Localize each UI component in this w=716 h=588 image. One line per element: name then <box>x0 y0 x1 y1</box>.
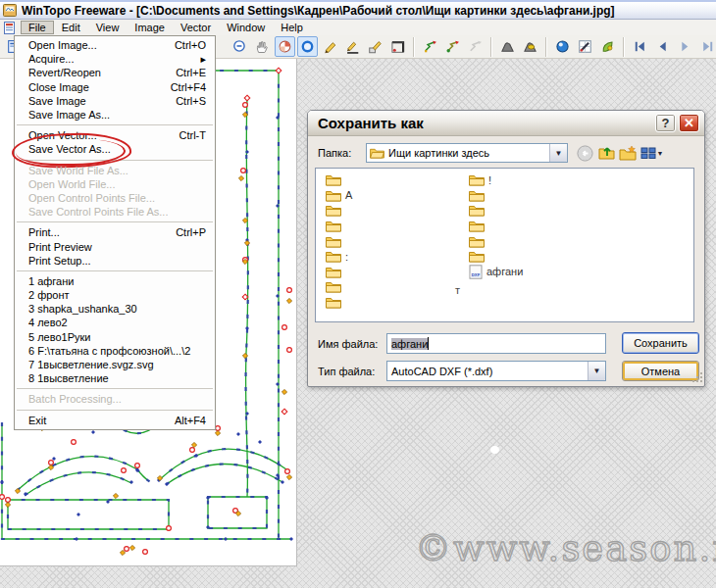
menu-item-save-image[interactable]: Save ImageCtrl+S <box>15 94 215 108</box>
select-region-tool-icon[interactable] <box>387 36 408 57</box>
pick-tool-icon[interactable] <box>597 36 618 57</box>
folder-item[interactable] <box>326 279 352 295</box>
menubar-items: FileEditViewImageVectorWindowHelp <box>21 21 311 34</box>
menu-item-1-афгани[interactable]: 1 афгани <box>15 274 215 288</box>
menu-item-revert-reopen[interactable]: Revert/ReopenCtrl+E <box>15 66 215 79</box>
edit-area-tool-icon[interactable] <box>365 36 385 57</box>
menu-item-save-vector-as[interactable]: Save Vector As... <box>15 142 215 156</box>
pencil-tool-icon[interactable] <box>320 36 340 57</box>
menu-item-print-preview[interactable]: Print Preview <box>15 239 215 253</box>
folder-item[interactable] <box>469 188 523 204</box>
nav-prev-icon[interactable] <box>652 36 673 57</box>
fill-vertex-icon[interactable] <box>520 36 540 57</box>
folder-item[interactable]: А <box>326 188 352 204</box>
svg-text:DXF: DXF <box>472 272 481 277</box>
dialog-title-bar[interactable]: Сохранить как <box>308 111 704 136</box>
file-item-label: : <box>345 251 348 263</box>
menu-item-7-1высветление-svgz-svg[interactable]: 7 1высветление.svgz.svg <box>15 358 215 371</box>
folder-item[interactable] <box>469 219 523 234</box>
filename-input[interactable]: афгани <box>386 333 606 354</box>
folder-combo-value: Ищи картинки здесь <box>384 147 549 159</box>
filetype-combo-arrow[interactable]: ▼ <box>588 362 605 380</box>
despeckle-icon[interactable] <box>465 36 486 57</box>
file-list[interactable]: А: !DXFафгани т <box>315 168 694 322</box>
zoom-out-icon[interactable] <box>230 36 250 57</box>
folder-item[interactable] <box>469 249 523 265</box>
menubar-item-window[interactable]: Window <box>219 21 273 34</box>
folder-combobox[interactable]: Ищи картинки здесь ▼ <box>366 143 568 163</box>
menu-item-4-лево2[interactable]: 4 лево2 <box>15 316 215 329</box>
dialog-title: Сохранить как <box>308 115 424 131</box>
filetype-combobox[interactable]: AutoCAD DXF (*.dxf) ▼ <box>386 361 606 381</box>
toolbar-separator <box>413 37 415 57</box>
toolbar-items <box>229 36 716 57</box>
extract-vectors-icon[interactable] <box>442 36 463 57</box>
raster-view-toggle[interactable] <box>275 36 295 57</box>
dialog-help-button[interactable]: ? <box>655 114 676 132</box>
nav-next-icon[interactable] <box>675 36 695 57</box>
menu-item-8-1высветление[interactable]: 8 1высветление <box>15 371 215 385</box>
back-icon[interactable] <box>575 143 594 163</box>
one-touch-vectorization-icon[interactable] <box>552 36 573 57</box>
menubar-item-vector[interactable]: Vector <box>173 21 219 34</box>
menu-item-exit[interactable]: ExitAlt+F4 <box>15 414 215 427</box>
fill-area-icon[interactable] <box>497 36 518 57</box>
menu-item-print[interactable]: Print...Ctrl+P <box>15 225 215 239</box>
menu-item-batch-processing: Batch Processing... <box>15 392 215 406</box>
dxf-file-item[interactable]: DXFафгани <box>469 265 523 280</box>
folder-item[interactable] <box>326 295 352 311</box>
up-folder-icon[interactable] <box>597 143 617 163</box>
folder-item[interactable]: : <box>326 249 352 265</box>
menu-separator <box>17 270 213 271</box>
filename-label: Имя файла: <box>318 338 378 350</box>
new-folder-icon[interactable] <box>618 143 638 163</box>
menu-separator <box>17 388 213 389</box>
pan-hand-icon[interactable] <box>252 36 273 57</box>
menu-item-2-фронт[interactable]: 2 фронт <box>15 288 215 302</box>
folder-item[interactable] <box>326 172 352 188</box>
menubar-item-view[interactable]: View <box>88 21 128 34</box>
menu-item-3-shapka-ushanka-30[interactable]: 3 shapka_ushanka_30 <box>15 302 215 316</box>
save-button[interactable]: Сохранить <box>622 332 699 354</box>
nav-last-icon[interactable] <box>697 36 716 57</box>
menu-separator <box>17 160 213 161</box>
file-list-left-column: А: <box>326 172 352 310</box>
dialog-close-button[interactable]: ✕ <box>679 114 699 132</box>
app-icon <box>3 4 17 17</box>
resize-grip[interactable] <box>690 372 702 384</box>
menu-item-save-image-as[interactable]: Save Image As... <box>15 108 215 122</box>
folder-item[interactable] <box>326 265 352 280</box>
folder-item[interactable] <box>469 203 523 219</box>
menubar-item-image[interactable]: Image <box>127 21 173 34</box>
thin-image-icon[interactable] <box>420 36 440 57</box>
menu-item-5-лево1руки[interactable]: 5 лево1Руки <box>15 330 215 344</box>
folder-item[interactable] <box>469 233 523 249</box>
save-as-dialog: Сохранить как ? ✕ Папка: Ищи картинки зд… <box>307 110 705 387</box>
filename-value: афгани <box>391 338 428 350</box>
menu-item-save-world-file-as: Save World File As... <box>15 164 215 177</box>
menu-item-acquire[interactable]: Acquire...▸ <box>15 52 215 66</box>
menubar-item-file[interactable]: File <box>21 21 54 34</box>
folder-label: Папка: <box>318 147 351 159</box>
vector-view-toggle[interactable] <box>297 36 318 57</box>
folder-item[interactable]: ! <box>469 172 523 188</box>
menu-item-6-f-татьяна-с-профсоюзной-2[interactable]: 6 F:\татьяна с профсоюзной\...\2 <box>15 344 215 358</box>
folder-item[interactable] <box>326 219 352 234</box>
edit-vector-icon[interactable] <box>575 36 595 57</box>
draw-line-tool-icon[interactable] <box>342 36 363 57</box>
menu-item-print-setup[interactable]: Print Setup... <box>15 254 215 268</box>
wintopo-window: WinTopo Freeware - [C:\Documents and Set… <box>0 0 716 588</box>
folder-combo-arrow[interactable]: ▼ <box>549 144 567 162</box>
menubar-item-help[interactable]: Help <box>273 21 311 34</box>
menu-item-open-vector[interactable]: Open Vector...Ctrl-T <box>15 128 215 142</box>
nav-first-icon[interactable] <box>630 36 650 57</box>
views-icon[interactable]: ▼ <box>639 143 665 163</box>
file-item-label: ! <box>488 174 491 186</box>
text-caret <box>428 337 429 350</box>
menu-item-open-image[interactable]: Open Image...Ctrl+O <box>15 38 215 52</box>
folder-item[interactable] <box>326 203 352 219</box>
cancel-button[interactable]: Отмена <box>622 361 699 381</box>
folder-item[interactable] <box>326 233 352 249</box>
menu-item-close-image[interactable]: Close ImageCtrl+F4 <box>15 80 215 94</box>
menubar-item-edit[interactable]: Edit <box>54 21 88 34</box>
